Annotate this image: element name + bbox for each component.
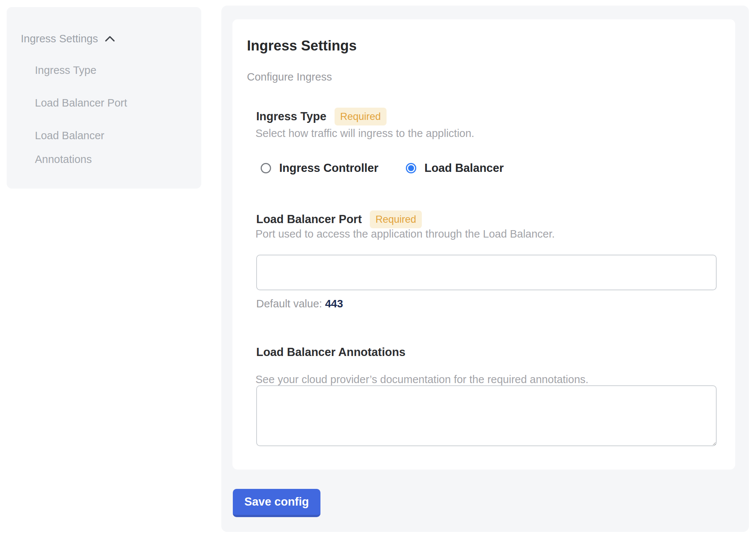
default-value-label: Default value: [256, 298, 322, 310]
radio-selected-icon[interactable] [406, 163, 416, 173]
section-description: See your cloud provider’s documentation … [255, 373, 589, 386]
chevron-up-icon [105, 36, 115, 42]
radio-option-load-balancer[interactable]: Load Balancer [406, 161, 504, 175]
required-badge: Required [370, 210, 422, 228]
load-balancer-port-input[interactable] [256, 255, 717, 290]
page-title: Ingress Settings [247, 38, 357, 54]
section-heading-ingress-type: Ingress Type Required [256, 108, 387, 125]
page-subtitle: Configure Ingress [247, 71, 332, 83]
sidebar-item-list: Ingress Type Load Balancer Port Load Bal… [35, 58, 161, 171]
default-value: 443 [325, 298, 343, 310]
default-value-line: Default value: 443 [256, 298, 343, 310]
radio-label[interactable]: Ingress Controller [279, 161, 378, 175]
page: Ingress Settings Ingress Type Load Balan… [0, 0, 756, 539]
sidebar-group-ingress-settings[interactable]: Ingress Settings [21, 32, 190, 45]
ingress-settings-card: Ingress Settings Configure Ingress Ingre… [232, 19, 735, 470]
section-description: Select how traffic will ingress to the a… [255, 127, 474, 140]
section-heading-load-balancer-annotations: Load Balancer Annotations [256, 346, 405, 359]
section-label: Load Balancer Annotations [256, 346, 405, 359]
ingress-type-radio-group: Ingress Controller Load Balancer [261, 161, 504, 175]
radio-option-ingress-controller[interactable]: Ingress Controller [261, 161, 378, 175]
save-config-button[interactable]: Save config [233, 489, 320, 517]
sidebar-item-load-balancer-port[interactable]: Load Balancer Port [35, 91, 161, 115]
section-label: Ingress Type [256, 110, 326, 123]
sidebar-item-load-balancer-annotations[interactable]: Load Balancer Annotations [35, 124, 161, 171]
section-description: Port used to access the application thro… [255, 228, 555, 240]
section-heading-load-balancer-port: Load Balancer Port Required [256, 210, 422, 228]
settings-sidebar: Ingress Settings Ingress Type Load Balan… [7, 7, 201, 189]
radio-label[interactable]: Load Balancer [424, 161, 504, 175]
required-badge: Required [335, 108, 387, 125]
sidebar-group-label: Ingress Settings [21, 32, 98, 45]
load-balancer-annotations-textarea[interactable] [256, 385, 717, 446]
sidebar-item-ingress-type[interactable]: Ingress Type [35, 58, 161, 82]
radio-unselected-icon[interactable] [261, 163, 271, 173]
section-label: Load Balancer Port [256, 213, 362, 226]
